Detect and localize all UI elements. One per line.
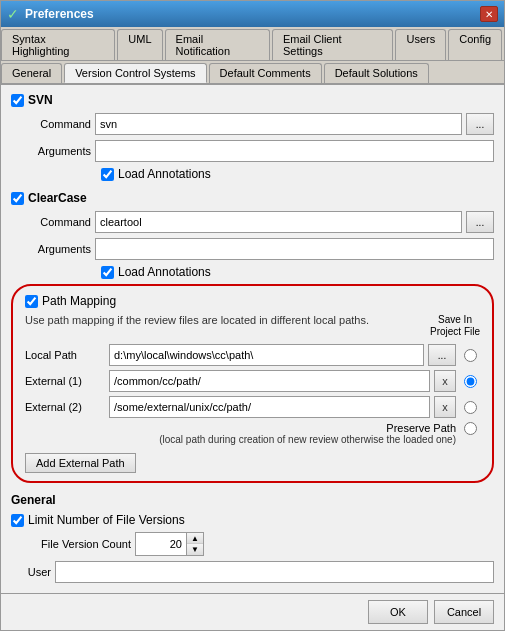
spin-up-button[interactable]: ▲	[187, 533, 203, 544]
external2-remove-button[interactable]: x	[434, 396, 456, 418]
general-section: General Limit Number of File Versions Fi…	[11, 493, 494, 583]
clearcase-load-annotations-row: Load Annotations	[101, 265, 494, 279]
tab-uml[interactable]: UML	[117, 29, 162, 60]
tab-config[interactable]: Config	[448, 29, 502, 60]
tab-default-comments[interactable]: Default Comments	[209, 63, 322, 83]
tab-email-notification[interactable]: Email Notification	[165, 29, 270, 60]
clearcase-load-annotations-checkbox[interactable]	[101, 266, 114, 279]
local-path-radio[interactable]	[464, 349, 477, 362]
user-label: User	[11, 566, 51, 578]
clearcase-command-input[interactable]	[95, 211, 462, 233]
limit-versions-checkbox[interactable]	[11, 514, 24, 527]
external1-input[interactable]	[109, 370, 430, 392]
svn-browse-button[interactable]: ...	[466, 113, 494, 135]
external2-radio[interactable]	[464, 401, 477, 414]
preserve-path-label: Preserve Path	[25, 422, 456, 434]
svn-checkbox[interactable]	[11, 94, 24, 107]
path-mapping-header: Path Mapping	[25, 294, 480, 308]
tab-email-client-settings[interactable]: Email Client Settings	[272, 29, 394, 60]
svn-section: SVN Command ... Arguments Load Annotatio…	[11, 93, 494, 181]
local-path-row: Local Path ...	[25, 344, 480, 366]
path-mapping-checkbox[interactable]	[25, 295, 38, 308]
local-path-label: Local Path	[25, 349, 105, 361]
general-section-label: General	[11, 493, 494, 507]
clearcase-command-row: Command ...	[11, 211, 494, 233]
local-path-browse-button[interactable]: ...	[428, 344, 456, 366]
svn-label: SVN	[28, 93, 53, 107]
path-mapping-description: Use path mapping if the review files are…	[25, 314, 424, 326]
clearcase-checkbox[interactable]	[11, 192, 24, 205]
file-version-count-input[interactable]	[136, 533, 186, 555]
svn-arguments-row: Arguments	[11, 140, 494, 162]
file-version-count-label: File Version Count	[11, 538, 131, 550]
svn-arguments-label: Arguments	[11, 145, 91, 157]
user-row: User	[11, 561, 494, 583]
main-content: SVN Command ... Arguments Load Annotatio…	[1, 85, 504, 593]
file-version-count-row: File Version Count ▲ ▼	[11, 532, 494, 556]
close-button[interactable]: ✕	[480, 6, 498, 22]
external1-radio[interactable]	[464, 375, 477, 388]
tab-syntax-highlighting[interactable]: Syntax Highlighting	[1, 29, 115, 60]
preserve-path-radio[interactable]	[464, 422, 477, 435]
title-bar: ✓ Preferences ✕	[1, 1, 504, 27]
svn-load-annotations-checkbox[interactable]	[101, 168, 114, 181]
cancel-button[interactable]: Cancel	[434, 600, 494, 624]
bottom-bar: OK Cancel	[1, 593, 504, 630]
spinner-buttons: ▲ ▼	[186, 533, 203, 555]
title-icon: ✓	[7, 6, 19, 22]
local-path-input[interactable]	[109, 344, 424, 366]
clearcase-command-label: Command	[11, 216, 91, 228]
svn-command-input[interactable]	[95, 113, 462, 135]
clearcase-browse-button[interactable]: ...	[466, 211, 494, 233]
spin-down-button[interactable]: ▼	[187, 544, 203, 555]
preferences-window: ✓ Preferences ✕ Syntax Highlighting UML …	[0, 0, 505, 631]
clearcase-section: ClearCase Command ... Arguments Load Ann…	[11, 191, 494, 483]
external2-row: External (2) x	[25, 396, 480, 418]
svn-command-row: Command ...	[11, 113, 494, 135]
tab-version-control-systems[interactable]: Version Control Systems	[64, 63, 206, 83]
svn-load-annotations-row: Load Annotations	[101, 167, 494, 181]
tab-default-solutions[interactable]: Default Solutions	[324, 63, 429, 83]
file-version-count-spinner: ▲ ▼	[135, 532, 204, 556]
svn-header: SVN	[11, 93, 494, 107]
external1-label: External (1)	[25, 375, 105, 387]
save-in-label-line1: Save In	[430, 314, 480, 326]
user-input[interactable]	[55, 561, 494, 583]
tab-users[interactable]: Users	[395, 29, 446, 60]
path-mapping-box: Path Mapping Use path mapping if the rev…	[11, 284, 494, 483]
clearcase-arguments-input[interactable]	[95, 238, 494, 260]
preserve-path-desc: (local path during creation of new revie…	[25, 434, 456, 445]
clearcase-arguments-row: Arguments	[11, 238, 494, 260]
external1-remove-button[interactable]: x	[434, 370, 456, 392]
external2-input[interactable]	[109, 396, 430, 418]
external2-label: External (2)	[25, 401, 105, 413]
save-in-label-line2: Project File	[430, 326, 480, 338]
tab-row-2: General Version Control Systems Default …	[1, 61, 504, 85]
svn-arguments-input[interactable]	[95, 140, 494, 162]
svn-command-label: Command	[11, 118, 91, 130]
clearcase-header: ClearCase	[11, 191, 494, 205]
external1-row: External (1) x	[25, 370, 480, 392]
ok-button[interactable]: OK	[368, 600, 428, 624]
window-title: Preferences	[25, 7, 474, 21]
add-external-path-button[interactable]: Add External Path	[25, 453, 136, 473]
clearcase-arguments-label: Arguments	[11, 243, 91, 255]
limit-versions-row: Limit Number of File Versions	[11, 513, 494, 527]
svn-load-annotations-label: Load Annotations	[118, 167, 211, 181]
limit-versions-label: Limit Number of File Versions	[28, 513, 185, 527]
tab-general[interactable]: General	[1, 63, 62, 83]
clearcase-label: ClearCase	[28, 191, 87, 205]
path-mapping-label: Path Mapping	[42, 294, 116, 308]
tab-row-1: Syntax Highlighting UML Email Notificati…	[1, 27, 504, 61]
clearcase-load-annotations-label: Load Annotations	[118, 265, 211, 279]
